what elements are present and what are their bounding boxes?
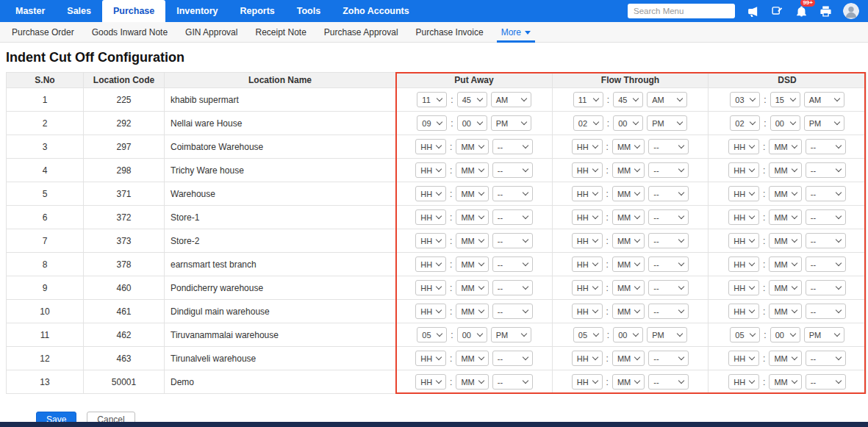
hour-select[interactable]: HH	[415, 256, 446, 272]
meridiem-select[interactable]: --	[806, 186, 846, 201]
meridiem-select[interactable]: --	[806, 256, 846, 272]
meridiem-select[interactable]: --	[806, 280, 846, 295]
minute-select[interactable]: MM	[612, 280, 645, 295]
hour-select[interactable]: HH	[572, 304, 603, 319]
hour-select[interactable]: HH	[728, 233, 759, 248]
meridiem-select[interactable]: PM	[804, 327, 844, 342]
subnav-item-gin-approval[interactable]: GIN Approval	[176, 22, 246, 42]
hour-select[interactable]: HH	[415, 209, 446, 225]
hour-select[interactable]: HH	[572, 162, 603, 178]
minute-select[interactable]: 00	[613, 115, 643, 131]
hour-select[interactable]: HH	[415, 351, 446, 366]
minute-select[interactable]: 00	[770, 327, 800, 342]
meridiem-select[interactable]: --	[806, 209, 846, 225]
minute-select[interactable]: MM	[612, 233, 645, 248]
hour-select[interactable]: HH	[415, 280, 446, 295]
hour-select[interactable]: 05	[730, 327, 760, 342]
meridiem-select[interactable]: --	[806, 304, 846, 319]
subnav-item-purchase-order[interactable]: Purchase Order	[3, 22, 83, 42]
hour-select[interactable]: HH	[572, 351, 603, 366]
hour-select[interactable]: HH	[728, 351, 759, 366]
nav-item-sales[interactable]: Sales	[56, 0, 102, 22]
meridiem-select[interactable]: PM	[647, 327, 687, 342]
minute-select[interactable]: MM	[456, 233, 488, 248]
minute-select[interactable]: 00	[770, 115, 800, 131]
hour-select[interactable]: 05	[573, 327, 603, 342]
minute-select[interactable]: MM	[769, 256, 801, 272]
minute-select[interactable]: 45	[457, 92, 487, 107]
minute-select[interactable]: MM	[612, 162, 645, 178]
nav-item-reports[interactable]: Reports	[229, 0, 286, 22]
meridiem-select[interactable]: --	[492, 209, 533, 225]
hour-select[interactable]: HH	[572, 233, 603, 248]
meridiem-select[interactable]: --	[806, 139, 846, 154]
meridiem-select[interactable]: --	[492, 233, 533, 248]
minute-select[interactable]: MM	[456, 280, 488, 295]
hour-select[interactable]: HH	[415, 304, 446, 319]
nav-item-purchase[interactable]: Purchase	[102, 0, 165, 22]
hour-select[interactable]: HH	[728, 162, 759, 178]
hour-select[interactable]: HH	[415, 139, 446, 154]
minute-select[interactable]: MM	[769, 351, 801, 366]
nav-item-master[interactable]: Master	[4, 0, 56, 22]
hour-select[interactable]: HH	[415, 162, 446, 178]
hour-select[interactable]: 11	[417, 92, 447, 107]
meridiem-select[interactable]: --	[492, 256, 533, 272]
minute-select[interactable]: MM	[612, 139, 645, 154]
hour-select[interactable]: HH	[728, 280, 759, 295]
meridiem-select[interactable]: --	[492, 374, 533, 390]
meridiem-select[interactable]: --	[806, 374, 846, 390]
meridiem-select[interactable]: AM	[491, 92, 531, 107]
meridiem-select[interactable]: PM	[491, 327, 531, 342]
minute-select[interactable]: MM	[612, 209, 645, 225]
subnav-item-purchase-approval[interactable]: Purchase Approval	[315, 22, 407, 42]
announcement-icon[interactable]	[746, 4, 759, 18]
meridiem-select[interactable]: --	[648, 139, 689, 154]
meridiem-select[interactable]: --	[492, 186, 533, 201]
hour-select[interactable]: HH	[728, 374, 759, 390]
minute-select[interactable]: MM	[769, 233, 801, 248]
hour-select[interactable]: HH	[572, 139, 603, 154]
hour-select[interactable]: HH	[572, 280, 603, 295]
minute-select[interactable]: MM	[612, 374, 645, 390]
minute-select[interactable]: MM	[456, 374, 488, 390]
meridiem-select[interactable]: --	[648, 186, 689, 201]
hour-select[interactable]: HH	[572, 209, 603, 225]
hour-select[interactable]: HH	[728, 139, 759, 154]
minute-select[interactable]: MM	[612, 304, 645, 319]
user-avatar[interactable]	[843, 3, 859, 19]
hour-select[interactable]: HH	[415, 374, 446, 390]
printer-icon[interactable]	[819, 4, 832, 18]
minute-select[interactable]: MM	[456, 162, 488, 178]
meridiem-select[interactable]: --	[806, 233, 846, 248]
minute-select[interactable]: 15	[770, 92, 800, 107]
minute-select[interactable]: MM	[612, 256, 645, 272]
meridiem-select[interactable]: AM	[647, 92, 687, 107]
minute-select[interactable]: MM	[769, 304, 801, 319]
meridiem-select[interactable]: --	[648, 233, 689, 248]
notifications-bell-icon[interactable]: 99+	[795, 4, 808, 18]
hour-select[interactable]: HH	[728, 209, 759, 225]
meridiem-select[interactable]: --	[648, 209, 689, 225]
hour-select[interactable]: 02	[730, 115, 760, 131]
minute-select[interactable]: MM	[456, 186, 488, 201]
meridiem-select[interactable]: --	[492, 304, 533, 319]
subnav-item-receipt-note[interactable]: Receipt Note	[246, 22, 315, 42]
meridiem-select[interactable]: PM	[804, 115, 844, 131]
meridiem-select[interactable]: --	[648, 374, 689, 390]
hour-select[interactable]: HH	[415, 186, 446, 201]
subnav-item-goods-inward-note[interactable]: Goods Inward Note	[83, 22, 176, 42]
hour-select[interactable]: HH	[415, 233, 446, 248]
minute-select[interactable]: 45	[613, 92, 643, 107]
meridiem-select[interactable]: --	[806, 162, 846, 178]
minute-select[interactable]: 00	[457, 327, 487, 342]
meridiem-select[interactable]: --	[492, 162, 533, 178]
hour-select[interactable]: 11	[573, 92, 603, 107]
minute-select[interactable]: MM	[769, 162, 801, 178]
minute-select[interactable]: 00	[613, 327, 643, 342]
minute-select[interactable]: MM	[769, 280, 801, 295]
meridiem-select[interactable]: PM	[647, 115, 687, 131]
hour-select[interactable]: 03	[730, 92, 760, 107]
minute-select[interactable]: 00	[457, 115, 487, 131]
minute-select[interactable]: MM	[769, 139, 801, 154]
